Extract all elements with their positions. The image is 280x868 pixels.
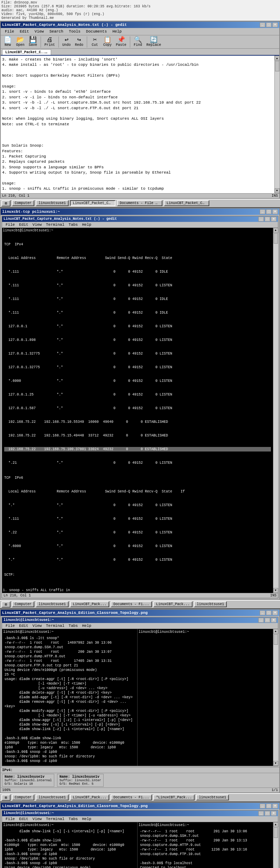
ie-close[interactable]: × [271, 217, 276, 222]
scroll-thumb[interactable] [275, 61, 279, 71]
it3-maximize[interactable]: □ [265, 811, 270, 816]
editor-tab[interactable]: LinuxCBT_Packet_C...e_Analysis_Notes.txt… [2, 49, 51, 55]
toolbar-new-button[interactable]: 📄 New [2, 36, 13, 48]
taskbar2-computer[interactable]: Computer [12, 601, 34, 607]
taskbar-linuxcbtsuse1-1[interactable]: linuxcbtsuse1 [36, 200, 69, 206]
right-terminal-2[interactable] [139, 635, 272, 740]
it2-menu-terminal[interactable]: Terminal [44, 623, 66, 628]
taskbar2-pack2[interactable]: LinuxCBT_Pack... [153, 601, 192, 607]
scroll-track[interactable] [275, 61, 280, 188]
inner-menu-terminal[interactable]: Terminal [44, 222, 66, 227]
t2-minimize[interactable]: _ [260, 610, 265, 615]
it3-close[interactable]: × [271, 811, 276, 816]
menu-file[interactable]: File [2, 29, 17, 34]
t3-maximize[interactable]: □ [266, 804, 272, 808]
taskbar2-linux2[interactable]: linuxcbtsuse1 [194, 601, 227, 607]
taskbar-linuxcbt-packet-2[interactable]: LinuxCBT_Packet_Ca... [164, 200, 209, 206]
maximize-button[interactable]: □ [266, 22, 272, 27]
it2-close[interactable]: × [271, 618, 276, 623]
minimize-button[interactable]: _ [260, 22, 265, 27]
toolbar-redo-button[interactable]: ↪ Redo [74, 36, 85, 48]
t1-maximize[interactable]: □ [266, 209, 272, 214]
t2-scrollbar[interactable]: ▲ ▼ [273, 629, 278, 766]
terminal-content-2[interactable]: -bash-3.00$ ls -ltt snoop* -rw-r--r-- 1 … [3, 635, 136, 765]
toolbar-cut-button[interactable]: ✂ Cut [89, 36, 100, 48]
t2-scroll-down[interactable]: ▼ [273, 761, 278, 766]
t2-maximize[interactable]: □ [266, 610, 272, 615]
t3-scroll-thumb[interactable] [274, 827, 278, 838]
it2-menu-edit[interactable]: Edit [17, 623, 30, 628]
menu-edit[interactable]: Edit [17, 29, 31, 34]
it3-menu-file[interactable]: File [4, 817, 17, 821]
it2-menu-file[interactable]: File [4, 623, 17, 628]
t3-minimize[interactable]: _ [260, 804, 265, 808]
t1-minimize[interactable]: _ [260, 209, 265, 214]
taskbar-computer[interactable]: Computer [12, 200, 34, 206]
taskbar3-linux1[interactable]: linuxcbtsuse1 [36, 794, 69, 800]
taskbar2-linuxcbtsuse1[interactable]: linuxcbtsuse1 [36, 601, 69, 607]
taskbar-linuxcbt-packet-1[interactable]: LinuxCBT_Packet_Ca... [70, 200, 115, 206]
close-button[interactable]: × [272, 22, 278, 27]
ftp-session-content[interactable]: -rw-r--r-- 1 root root 201 Jan 30 13:06 … [139, 828, 272, 868]
it2-menu-view[interactable]: View [30, 623, 44, 628]
start-button-3[interactable]: ⊞ [1, 794, 10, 801]
t2-scroll-track[interactable] [273, 634, 278, 761]
menu-search[interactable]: Search [47, 29, 66, 34]
it3-menu-help[interactable]: Help [80, 817, 93, 821]
t3-scroll-track[interactable] [273, 827, 278, 868]
scroll-up-arrow[interactable]: ▲ [275, 56, 280, 61]
it3-menu-edit[interactable]: Edit [17, 817, 30, 821]
it2-menu-help[interactable]: Help [80, 623, 93, 628]
it2-menu-tabs[interactable]: Tabs [66, 623, 80, 628]
toolbar-copy-button[interactable]: 📋 Copy [102, 36, 113, 48]
toolbar-replace-button[interactable]: 🔄 Replace [145, 36, 162, 48]
t3-scroll-up[interactable]: ▲ [273, 822, 278, 827]
it2-maximize[interactable]: □ [265, 618, 270, 623]
start-button-2[interactable]: ⊞ [1, 601, 10, 608]
it3-menu-view[interactable]: View [30, 817, 44, 821]
inner-menu-help[interactable]: Help [80, 222, 93, 227]
toolbar-undo-button[interactable]: ↩ Undo [61, 36, 72, 48]
toolbar-find-button[interactable]: 🔍 Find [132, 36, 144, 48]
t1-scroll-down[interactable]: ▼ [273, 588, 278, 593]
start-button[interactable]: ⊞ [1, 200, 10, 206]
toolbar-open-button[interactable]: 📂 Open [15, 36, 26, 48]
ie-minimize[interactable]: _ [258, 217, 264, 222]
t1-scroll-thumb[interactable] [274, 233, 278, 244]
it3-menu-tabs[interactable]: Tabs [66, 817, 80, 821]
t2-scroll-up[interactable]: ▲ [273, 629, 278, 634]
menu-help[interactable]: Help [110, 29, 124, 34]
t2-scroll-thumb[interactable] [274, 634, 278, 645]
editor-scrollbar[interactable]: ▲ ▼ [274, 56, 279, 193]
inner-menu-edit[interactable]: Edit [17, 222, 30, 227]
terminal-content-3[interactable]: dladm show-link [-s] [-i <interval>] [-p… [3, 828, 136, 868]
menu-documents[interactable]: Documents [83, 29, 110, 34]
taskbar3-linux2[interactable]: linuxcbtsuse1 [196, 794, 229, 800]
taskbar3-pack2[interactable]: *LinuxCBT_Pack... [153, 794, 195, 800]
editor-text[interactable]: 3. make - creates the binaries - includi… [1, 56, 274, 193]
inner-menu-file[interactable]: File [4, 222, 17, 227]
inner-menu-tabs[interactable]: Tabs [66, 222, 80, 227]
it3-menu-terminal[interactable]: Terminal [44, 817, 66, 821]
t3-scrollbar[interactable]: ▲ ▼ [273, 822, 278, 868]
taskbar2-pack1[interactable]: LinuxCBT_Pack... [70, 601, 109, 607]
menu-view[interactable]: View [32, 29, 47, 34]
taskbar-documents-file-1[interactable]: Documents - File Brow... [117, 200, 162, 206]
taskbar3-docs[interactable]: Documents - Fi... [111, 794, 152, 800]
inner-menu-view[interactable]: View [30, 222, 44, 227]
t1-scrollbar[interactable]: ▲ ▼ [273, 228, 278, 593]
toolbar-save-button[interactable]: 💾 Save [27, 36, 38, 48]
t2-close[interactable]: × [272, 610, 278, 615]
taskbar3-computer[interactable]: Computer [12, 794, 34, 800]
toolbar-print-button[interactable]: 🖨 Print [43, 36, 56, 48]
menu-tools[interactable]: Tools [66, 29, 83, 34]
toolbar-paste-button[interactable]: 📌 Paste [114, 36, 128, 48]
t1-close[interactable]: × [272, 209, 278, 214]
t1-scroll-track[interactable] [273, 233, 278, 588]
taskbar3-pack1[interactable]: LinuxCBT_Pack... [70, 794, 109, 800]
taskbar2-docs[interactable]: Documents - Fi... [111, 601, 152, 607]
ie-maximize[interactable]: □ [265, 217, 270, 222]
it3-minimize[interactable]: _ [258, 811, 264, 816]
it2-minimize[interactable]: _ [258, 618, 264, 623]
t1-scroll-up[interactable]: ▲ [273, 228, 278, 233]
